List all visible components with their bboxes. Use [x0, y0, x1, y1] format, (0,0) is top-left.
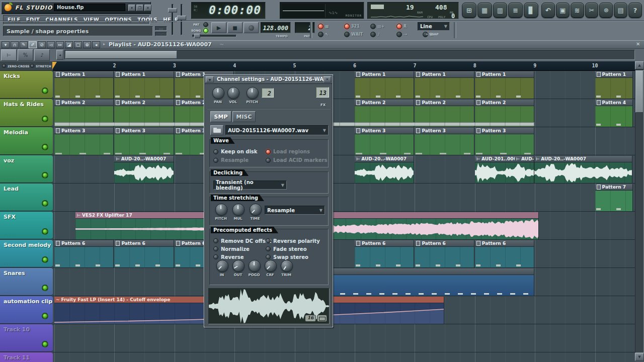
clip-header[interactable]: Pattern 1 [595, 71, 632, 78]
tab-picker[interactable]: ♪ [34, 49, 50, 61]
pattern-clip[interactable]: Pattern 1 [54, 71, 114, 99]
wait-toggle[interactable]: WAIT [344, 32, 365, 37]
radio[interactable] [266, 238, 271, 243]
slide-notes-toggle-led[interactable] [318, 32, 324, 37]
zero-cross-radio[interactable] [2, 64, 6, 68]
clip-header[interactable]: Pattern 6 [415, 240, 473, 247]
tab-smp[interactable]: SMP [210, 111, 231, 122]
track-mute-led[interactable] [42, 116, 48, 122]
slice-tool[interactable]: ◪ [65, 41, 73, 48]
pattern-clip[interactable]: Pattern 6 [475, 240, 534, 267]
clip-header[interactable]: Pattern 6 [355, 240, 414, 247]
v-scroll-down-button[interactable]: ▼ [635, 353, 644, 361]
menu-edit[interactable]: EDIT [26, 17, 40, 23]
wave-option-keep-on-disk[interactable]: Keep on disk [213, 149, 266, 154]
close-button[interactable]: ✕ [144, 5, 151, 11]
fx-trim-knob[interactable] [281, 260, 293, 272]
typing-keyboard-toggle-led[interactable] [318, 24, 324, 29]
master-pitch-handle[interactable] [177, 16, 186, 20]
tab-misc[interactable]: MISC [232, 111, 256, 122]
timeline-ruler[interactable]: 2345678910 [53, 61, 635, 71]
pattern-clip[interactable]: Pattern 1 [114, 71, 174, 99]
tab-tracks[interactable]: ⊢ [1, 49, 17, 61]
radio[interactable] [213, 238, 218, 243]
play-button[interactable]: ▶ [211, 22, 226, 33]
pan-knob[interactable] [212, 87, 224, 99]
pattern-clip[interactable]: Pattern 1 [415, 71, 474, 99]
edison-button[interactable]: ⌾ [599, 3, 613, 18]
track-mute-led[interactable] [42, 313, 48, 319]
track-header-track-11[interactable]: Track 11 [0, 352, 53, 362]
countdown-toggle[interactable]: 321 [344, 24, 365, 29]
clip-header[interactable]: Pattern 7 [595, 184, 632, 191]
playlist-button[interactable]: ⊞ [462, 3, 476, 18]
clip-header[interactable]: Pattern 3 [415, 128, 473, 134]
dialog-title-bar[interactable]: ▼ Channel settings - AUD-20151126-WA0.. … [205, 75, 332, 84]
pattern-clip[interactable]: Pattern 6 [355, 240, 414, 267]
clip-header[interactable]: Pattern 1 [475, 71, 534, 78]
wait-toggle-led[interactable] [344, 32, 350, 37]
clip-header[interactable]: Pattern 3 [54, 128, 113, 134]
clip-header[interactable]: Pattern 6 [54, 240, 113, 247]
pattern-clip[interactable]: Pattern 3 [415, 128, 474, 155]
track-header-lead[interactable]: Lead [0, 184, 53, 211]
effect-option-reverse-polarity[interactable]: Reverse polarity [266, 238, 326, 244]
clip-header[interactable]: ⊢AUD-..7 [515, 156, 534, 162]
minimize-button[interactable]: ▾ [128, 5, 135, 11]
draw-tool[interactable]: ✎ [20, 41, 28, 48]
browser-button[interactable]: ≡ [508, 3, 523, 18]
fx-in-knob[interactable] [216, 260, 228, 272]
radio[interactable] [213, 149, 218, 154]
stretch-time-knob[interactable] [250, 204, 262, 216]
radio[interactable] [266, 158, 271, 163]
pattern-clip[interactable]: Pattern 7 [595, 184, 633, 211]
track-header-hats-rides[interactable]: Hats & Rides [0, 99, 53, 127]
clip-header[interactable]: ⊢AUD-20..-WA0007 [355, 156, 414, 162]
dialog-menu-button[interactable]: ▼ [206, 76, 214, 82]
track-mute-led[interactable] [42, 285, 48, 291]
stretch-pitch-knob[interactable] [215, 204, 227, 216]
scroll-left-button[interactable]: ◂ [56, 50, 63, 60]
sample-file-selector[interactable]: AUD-20151126-WA0007.wav▼ [225, 125, 329, 135]
pattern-clip[interactable]: Pattern 3 [114, 128, 174, 155]
track-mute-led[interactable] [42, 341, 48, 347]
radio[interactable] [213, 246, 218, 251]
time-display[interactable]: 5BB□ 0:00:00 [191, 2, 266, 19]
clip-header[interactable]: Pattern 6 [475, 240, 534, 247]
pattern-clip[interactable]: Pattern 3 [355, 128, 414, 155]
menu-file[interactable]: FILE [8, 17, 21, 23]
clip-header[interactable]: Pattern 1 [54, 71, 113, 78]
clip-header[interactable]: Pattern 1 [114, 71, 173, 78]
pattern-clip[interactable]: Pattern 6 [54, 240, 114, 267]
declicking-selector[interactable]: Transient (no bleeding)▼ [213, 180, 287, 190]
maximize-button[interactable]: ❐ [136, 5, 143, 11]
fx-out-knob[interactable] [232, 260, 245, 272]
radio[interactable] [266, 246, 271, 251]
playback-tool[interactable]: ◂ [92, 41, 100, 48]
dialog-close-button[interactable]: ✕ [324, 76, 331, 82]
typing-keyboard-toggle[interactable]: ▦ [318, 24, 339, 29]
shuffle-handle[interactable] [194, 34, 200, 38]
recording-toggle[interactable]: R [396, 24, 418, 29]
pat-mode-led[interactable] [203, 22, 208, 27]
mixer-button[interactable]: ▊ [524, 3, 538, 18]
audio-clip[interactable]: ⊢AUD-20..-WA0007 [114, 156, 174, 183]
fx-pogo-knob[interactable] [249, 260, 261, 272]
monitor-panel[interactable]: ∿ı∿ MONITOR [280, 2, 364, 19]
track-header-automation-clip[interactable]: automation clip [0, 296, 53, 324]
slide-notes-toggle[interactable]: ↖ [318, 32, 339, 37]
track-mute-led[interactable] [42, 256, 48, 263]
menu-options[interactable]: OPTIONS [105, 17, 132, 23]
clip-header[interactable]: Pattern 3 [475, 128, 534, 134]
clip-header[interactable]: Pattern 3 [114, 128, 173, 134]
loop-record-toggle-led[interactable] [370, 24, 376, 29]
countdown-toggle-led[interactable] [344, 24, 350, 29]
track-mute-led[interactable] [42, 172, 48, 178]
stretch-mode-selector[interactable]: Resample▼ [265, 206, 325, 215]
tempo-display[interactable]: 128.000 [261, 22, 291, 33]
audio-clip[interactable]: ⊢AUD-20..-WA0007 [355, 156, 414, 183]
pitch-range-display[interactable]: 2 [262, 88, 274, 98]
record-button[interactable] [244, 22, 259, 33]
v-scrollbar-thumb[interactable] [635, 70, 643, 113]
clip-header[interactable]: Pattern 1 [355, 71, 414, 78]
